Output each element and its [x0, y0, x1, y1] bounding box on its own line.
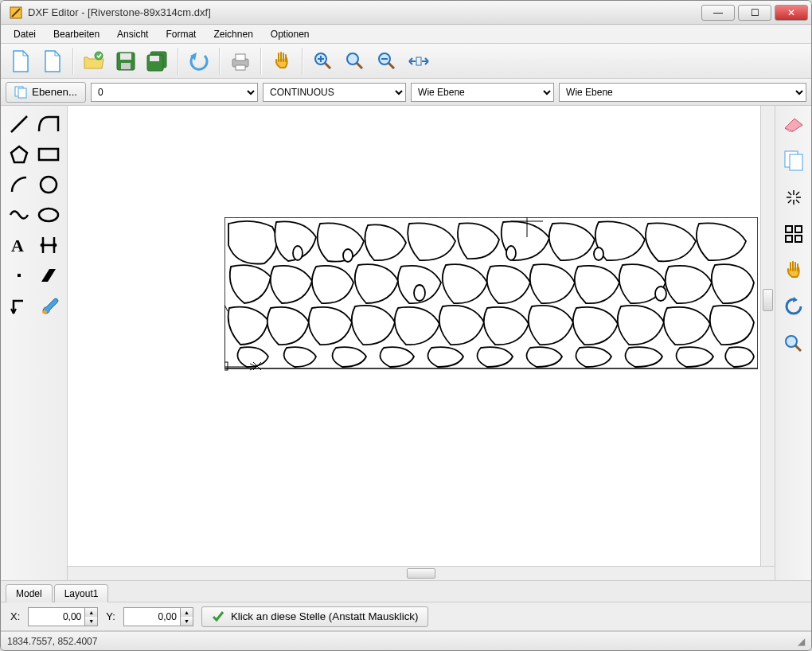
undo-button[interactable] [184, 47, 214, 76]
brush-tool[interactable] [34, 290, 64, 321]
menu-bar: Datei Bearbeiten Ansicht Format Zeichnen… [1, 25, 811, 44]
svg-rect-4 [121, 63, 131, 69]
copy-tool[interactable] [780, 147, 807, 174]
lineweight-select[interactable]: Wie Ebene [559, 83, 806, 102]
status-coords: 1834.7557, 852.4007 [7, 636, 97, 647]
svg-rect-14 [416, 57, 421, 65]
arc-tool[interactable] [4, 170, 34, 200]
eraser-tool[interactable] [780, 111, 807, 138]
ellipse-tool[interactable] [34, 200, 64, 230]
dimension-tool[interactable] [34, 230, 64, 260]
click-here-label: Klick an diese Stelle (Anstatt Mausklick… [231, 610, 419, 622]
tab-layout1[interactable]: Layout1 [54, 584, 109, 602]
svg-point-1 [95, 52, 103, 60]
save-button[interactable] [111, 47, 141, 76]
svg-rect-34 [795, 226, 802, 232]
close-button[interactable]: ✕ [775, 5, 808, 21]
canvas-wrap [68, 106, 775, 580]
svg-rect-36 [795, 236, 802, 242]
svg-point-26 [414, 285, 425, 301]
array-tool[interactable] [780, 220, 807, 248]
drawing-canvas[interactable] [68, 106, 760, 566]
draw-toolbar: A [1, 106, 68, 580]
open-button[interactable] [79, 47, 109, 76]
layers-button-label: Ebenen... [32, 86, 77, 98]
svg-point-29 [655, 287, 666, 301]
line-tool[interactable] [4, 109, 34, 139]
menu-datei[interactable]: Datei [6, 27, 44, 41]
new-file-button[interactable] [6, 47, 36, 76]
click-here-button[interactable]: Klick an diese Stelle (Anstatt Mausklick… [201, 606, 429, 627]
vertical-scrollbar[interactable] [760, 106, 775, 566]
print-button[interactable] [225, 47, 256, 76]
coordinate-bar: X: ▲▼ Y: ▲▼ Klick an diese Stelle (Ansta… [1, 602, 811, 631]
move-tool[interactable] [780, 257, 807, 284]
menu-format[interactable]: Format [158, 27, 204, 41]
maximize-button[interactable]: ☐ [738, 5, 771, 21]
main-toolbar [1, 44, 811, 79]
leader-tool[interactable] [4, 290, 34, 321]
svg-point-19 [39, 209, 58, 221]
horizontal-scrollbar[interactable] [68, 566, 775, 580]
y-label: Y: [106, 610, 115, 622]
explode-tool[interactable] [780, 184, 807, 211]
point-tool[interactable] [4, 260, 34, 290]
svg-point-22 [42, 310, 47, 314]
svg-rect-9 [236, 54, 245, 60]
svg-point-12 [347, 53, 358, 64]
rotate-tool[interactable] [780, 294, 807, 321]
y-input[interactable] [123, 607, 181, 626]
color-select[interactable]: Wie Ebene [411, 83, 554, 102]
minimize-button[interactable]: — [701, 5, 735, 21]
rectangle-tool[interactable] [34, 139, 64, 170]
svg-point-28 [594, 248, 603, 260]
layer-select[interactable]: 0 [91, 83, 258, 102]
svg-rect-33 [786, 226, 792, 232]
svg-rect-16 [18, 88, 26, 98]
zoom-in-button[interactable] [308, 47, 338, 76]
window-title: DXF Editor - [Riverstone-89x314cm.dxf] [28, 6, 701, 18]
x-spinner[interactable]: ▲▼ [85, 607, 98, 626]
hscroll-thumb[interactable] [407, 568, 435, 579]
svg-rect-35 [786, 236, 792, 242]
app-icon [9, 6, 23, 20]
linetype-select[interactable]: CONTINUOUS [263, 83, 406, 102]
check-icon [212, 610, 224, 623]
resize-grip[interactable]: ◢ [798, 636, 805, 647]
svg-rect-17 [39, 149, 58, 160]
svg-rect-7 [150, 56, 159, 61]
solid-tool[interactable] [34, 260, 64, 290]
drawing-content [224, 217, 758, 368]
zoom-tool[interactable] [780, 330, 807, 357]
layers-button[interactable]: Ebenen... [6, 82, 86, 103]
pan-button[interactable] [267, 47, 297, 76]
tab-model[interactable]: Model [6, 584, 53, 602]
svg-point-27 [506, 246, 516, 260]
svg-point-37 [786, 336, 797, 347]
spline-tool[interactable] [4, 200, 34, 230]
svg-text:A: A [11, 236, 24, 255]
menu-zeichnen[interactable]: Zeichnen [205, 27, 260, 41]
svg-point-18 [41, 177, 57, 193]
zoom-out-button[interactable] [372, 47, 402, 76]
zoom-extents-button[interactable] [404, 47, 434, 76]
zoom-button[interactable] [340, 47, 370, 76]
y-spinner[interactable]: ▲▼ [181, 607, 193, 626]
menu-optionen[interactable]: Optionen [263, 27, 318, 41]
svg-rect-10 [236, 65, 245, 70]
text-tool[interactable]: A [4, 230, 34, 260]
menu-bearbeiten[interactable]: Bearbeiten [45, 27, 107, 41]
layout-tabs: Model Layout1 [1, 580, 811, 602]
polygon-tool[interactable] [4, 139, 34, 170]
polyline-tool[interactable] [34, 109, 64, 139]
x-input[interactable] [28, 607, 85, 626]
x-label: X: [10, 610, 20, 622]
vscroll-thumb[interactable] [763, 289, 773, 311]
modify-toolbar [775, 106, 811, 580]
circle-tool[interactable] [34, 170, 64, 200]
new-file-2-button[interactable] [37, 47, 68, 76]
save-all-button[interactable] [142, 47, 173, 76]
menu-ansicht[interactable]: Ansicht [109, 27, 156, 41]
layers-icon [14, 86, 27, 99]
window-controls: — ☐ ✕ [701, 5, 808, 21]
